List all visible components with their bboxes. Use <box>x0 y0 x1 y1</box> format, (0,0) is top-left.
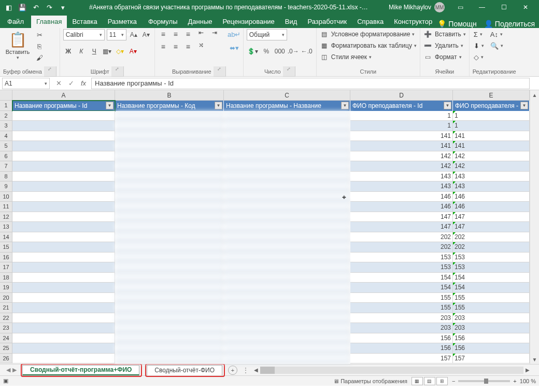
cell[interactable] <box>12 253 115 263</box>
cell[interactable] <box>224 131 350 142</box>
align-middle-icon[interactable]: ≡ <box>171 29 181 39</box>
tab-formulas[interactable]: Формулы <box>143 16 183 28</box>
cell[interactable]: 156 <box>453 333 530 344</box>
tab-review[interactable]: Рецензирование <box>217 16 279 28</box>
page-break-view-icon[interactable]: ⊞ <box>436 377 448 385</box>
cell[interactable]: 146 <box>350 202 453 212</box>
tab-data[interactable]: Данные <box>183 16 218 28</box>
cell[interactable]: 1 <box>350 111 453 121</box>
cell[interactable] <box>115 121 224 131</box>
cell[interactable]: 155 <box>350 303 453 313</box>
fx-icon[interactable]: fx <box>78 78 89 89</box>
cell[interactable] <box>115 192 224 202</box>
cell[interactable] <box>12 151 115 162</box>
row-header[interactable]: 15 <box>0 242 12 253</box>
cell[interactable]: 203 <box>350 323 453 333</box>
cell[interactable]: 155 <box>453 293 530 303</box>
cell[interactable] <box>115 232 224 243</box>
row-header[interactable]: 25 <box>0 343 12 354</box>
filter-icon[interactable]: ▼ <box>215 102 222 109</box>
orientation-icon[interactable]: ⤭ <box>198 41 210 52</box>
record-macro-icon[interactable]: ▣ <box>3 377 8 384</box>
align-bottom-icon[interactable]: ≡ <box>183 29 193 39</box>
cell[interactable] <box>12 323 115 333</box>
save-icon[interactable]: 💾 <box>17 2 28 13</box>
cell[interactable]: 156 <box>350 343 453 354</box>
row-header[interactable]: 3 <box>0 121 12 131</box>
zoom-in-icon[interactable]: + <box>513 378 516 384</box>
cell[interactable] <box>12 202 115 212</box>
cell[interactable] <box>224 273 350 283</box>
cell[interactable] <box>12 141 115 151</box>
filter-icon[interactable]: ▼ <box>520 102 528 109</box>
cell[interactable] <box>115 161 224 172</box>
cell[interactable] <box>115 141 224 151</box>
cell[interactable] <box>224 253 350 263</box>
cell[interactable] <box>115 242 224 253</box>
cell[interactable]: 157 <box>453 354 530 364</box>
cancel-formula-icon[interactable]: ✕ <box>53 78 64 89</box>
tab-file[interactable]: Файл <box>0 16 31 28</box>
page-layout-view-icon[interactable]: ▤ <box>424 377 435 385</box>
tab-layout[interactable]: Разметка страницы <box>103 16 143 28</box>
font-name-combo[interactable]: Calibri▾ <box>63 29 105 40</box>
zoom-value[interactable]: 100 % <box>520 378 536 384</box>
cut-icon[interactable]: ✂ <box>34 31 45 40</box>
row-header[interactable]: 1 <box>0 101 12 111</box>
font-color-icon[interactable]: A▾ <box>128 46 138 57</box>
font-size-combo[interactable]: 11▾ <box>107 29 126 40</box>
tell-me-icon[interactable]: 💡 Помощн <box>437 20 477 28</box>
cell[interactable]: 141 <box>350 141 453 151</box>
cell[interactable]: 154 <box>453 283 530 293</box>
cell[interactable] <box>224 354 350 364</box>
cell[interactable] <box>224 303 350 313</box>
new-sheet-icon[interactable]: + <box>228 366 237 375</box>
cell[interactable] <box>115 202 224 212</box>
row-header[interactable]: 24 <box>0 333 12 344</box>
table-header-cell[interactable]: ФИО преподавателя - I▼ <box>453 101 530 111</box>
cell[interactable]: 154 <box>350 273 453 283</box>
insert-cells-button[interactable]: ➕Вставить ▾ <box>423 29 466 39</box>
autosum-icon[interactable]: Σ ▾ <box>473 29 484 39</box>
cell[interactable]: 146 <box>453 202 530 212</box>
column-header[interactable]: A <box>12 90 115 101</box>
number-format-combo[interactable]: Общий▾ <box>247 29 287 40</box>
increase-decimal-icon[interactable]: .0→ <box>287 46 300 57</box>
row-header[interactable]: 10 <box>0 192 12 202</box>
name-box[interactable]: A1▾ <box>2 78 50 89</box>
row-header[interactable]: 11 <box>0 202 12 212</box>
underline-button[interactable]: Ч <box>89 46 100 57</box>
sheet-nav-prev-icon[interactable]: ◀ <box>6 367 10 373</box>
cell[interactable] <box>12 131 115 142</box>
normal-view-icon[interactable]: ▦ <box>412 377 423 385</box>
cell[interactable]: 142 <box>453 161 530 172</box>
cell[interactable] <box>115 313 224 324</box>
row-header[interactable]: 19 <box>0 283 12 293</box>
cell[interactable]: 203 <box>453 323 530 333</box>
cell[interactable] <box>115 323 224 333</box>
row-header[interactable]: 6 <box>0 151 12 162</box>
row-header[interactable]: 4 <box>0 131 12 142</box>
cell[interactable]: 157 <box>350 354 453 364</box>
cell[interactable] <box>12 172 115 182</box>
qat-more-icon[interactable]: ▾ <box>57 2 68 13</box>
cell[interactable]: 141 <box>453 131 530 142</box>
cell[interactable]: 143 <box>453 181 530 192</box>
cell[interactable] <box>115 283 224 293</box>
cell[interactable]: 146 <box>350 192 453 202</box>
cell[interactable] <box>115 131 224 142</box>
share-button[interactable]: 👤 Поделиться <box>484 20 535 28</box>
row-header[interactable]: 16 <box>0 253 12 263</box>
align-center-icon[interactable]: ≡ <box>171 41 181 52</box>
clear-icon[interactable]: ◇ ▾ <box>473 52 485 62</box>
cell[interactable]: 141 <box>350 131 453 142</box>
cell[interactable] <box>12 273 115 283</box>
ribbon-options-icon[interactable]: ▭ <box>450 0 471 15</box>
cell[interactable] <box>224 222 350 232</box>
increase-indent-icon[interactable]: ⇥ <box>212 29 223 39</box>
cell[interactable]: 147 <box>453 212 530 222</box>
decrease-decimal-icon[interactable]: ←.0 <box>301 46 313 57</box>
cell[interactable] <box>115 253 224 263</box>
align-right-icon[interactable]: ≡ <box>183 41 193 52</box>
cell[interactable] <box>115 181 224 192</box>
